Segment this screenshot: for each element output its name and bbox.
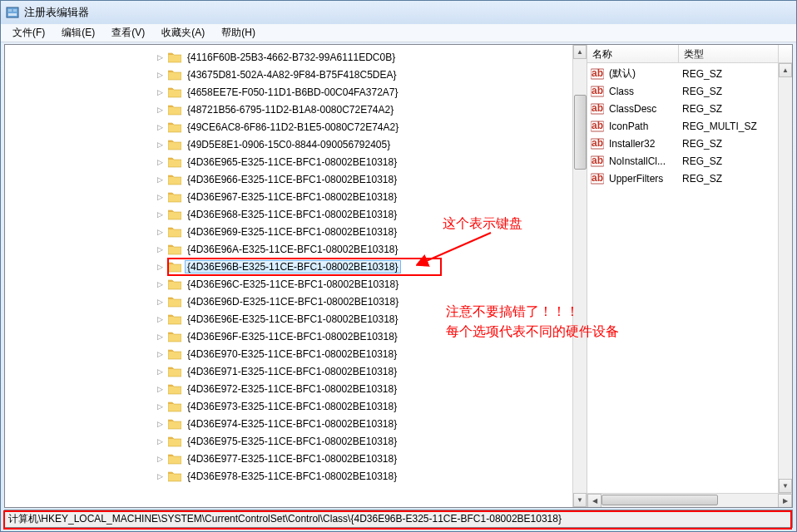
tree-expand-icon[interactable]: ▷ — [155, 297, 165, 307]
value-row[interactable]: ab(默认)REG_SZ — [587, 65, 792, 82]
menu-help[interactable]: 帮助(H) — [213, 24, 264, 42]
svg-text:ab: ab — [592, 120, 603, 131]
values-panel: 名称 类型 ab(默认)REG_SZabClassREG_SZabClassDe… — [587, 45, 792, 507]
tree-item-label: {4658EE7E-F050-11D1-B6BD-00C04FA372A7} — [185, 86, 401, 99]
value-name: IconPath — [607, 121, 681, 132]
tree-item[interactable]: ▷{4D36E978-E325-11CE-BFC1-08002BE10318} — [5, 467, 572, 485]
tree-item[interactable]: ▷{4D36E973-E325-11CE-BFC1-08002BE10318} — [5, 397, 572, 415]
tree-expand-icon[interactable]: ▷ — [155, 227, 165, 237]
tree-item[interactable]: ▷{4D36E96A-E325-11CE-BFC1-08002BE10318} — [5, 240, 572, 258]
tree-expand-icon[interactable]: ▷ — [155, 384, 165, 394]
value-type: REG_SZ — [681, 173, 780, 185]
tree-item[interactable]: ▷{4D36E967-E325-11CE-BFC1-08002BE10318} — [5, 188, 572, 205]
tree-expand-icon[interactable]: ▷ — [155, 105, 165, 115]
values-scrollbar-v[interactable]: ▲ ▼ — [778, 63, 792, 493]
tree-expand-icon[interactable]: ▷ — [155, 471, 165, 481]
tree-expand-icon[interactable]: ▷ — [155, 175, 165, 185]
tree-expand-icon[interactable]: ▷ — [155, 314, 165, 324]
tree-expand-icon[interactable]: ▷ — [155, 140, 165, 150]
tree-expand-icon[interactable]: ▷ — [155, 262, 165, 272]
tree-expand-icon[interactable]: ▷ — [155, 279, 165, 289]
tree-item-label: {48721B56-6795-11D2-B1A8-0080C72E74A2} — [185, 103, 396, 116]
tree-item-label: {4D36E969-E325-11CE-BFC1-08002BE10318} — [185, 225, 399, 239]
menu-edit[interactable]: 编辑(E) — [53, 24, 103, 42]
value-row[interactable]: abNoInstallCl...REG_SZ — [587, 152, 792, 170]
svg-rect-0 — [7, 7, 18, 17]
tree-item[interactable]: ▷{4D36E977-E325-11CE-BFC1-08002BE10318} — [5, 450, 572, 467]
tree-item-label: {4D36E977-E325-11CE-BFC1-08002BE10318} — [185, 452, 399, 466]
tree-item[interactable]: ▷{4D36E972-E325-11CE-BFC1-08002BE10318} — [5, 380, 572, 397]
folder-icon — [168, 418, 181, 430]
tree-item[interactable]: ▷{4D36E965-E325-11CE-BFC1-08002BE10318} — [5, 153, 572, 170]
tree-item[interactable]: ▷{4D36E96D-E325-11CE-BFC1-08002BE10318} — [5, 293, 572, 310]
folder-icon — [168, 244, 181, 255]
tree-item[interactable]: ▷{4D36E96B-E325-11CE-BFC1-08002BE10318} — [5, 258, 572, 275]
tree-expand-icon[interactable]: ▷ — [155, 367, 165, 377]
tree-item[interactable]: ▷{4658EE7E-F050-11D1-B6BD-00C04FA372A7} — [5, 83, 572, 101]
svg-text:ab: ab — [592, 155, 603, 166]
scroll-left-icon[interactable]: ◀ — [587, 494, 601, 507]
tree-item[interactable]: ▷{4D36E975-E325-11CE-BFC1-08002BE10318} — [5, 432, 572, 450]
svg-text:ab: ab — [592, 102, 603, 114]
header-name[interactable]: 名称 — [587, 45, 679, 62]
tree-expand-icon[interactable]: ▷ — [155, 244, 165, 254]
scroll-thumb[interactable] — [574, 95, 587, 170]
tree-item[interactable]: ▷{4D36E971-E325-11CE-BFC1-08002BE10318} — [5, 362, 572, 380]
tree-item[interactable]: ▷{4D36E968-E325-11CE-BFC1-08002BE10318} — [5, 205, 572, 223]
menu-file[interactable]: 文件(F) — [4, 24, 53, 42]
value-row[interactable]: abIconPathREG_MULTI_SZ — [587, 117, 792, 135]
tree-expand-icon[interactable]: ▷ — [155, 157, 165, 167]
tree-item[interactable]: ▷{49CE6AC8-6F86-11D2-B1E5-0080C72E74A2} — [5, 118, 572, 135]
value-row[interactable]: abInstaller32REG_SZ — [587, 135, 792, 152]
tree-item[interactable]: ▷{4D36E966-E325-11CE-BFC1-08002BE10318} — [5, 170, 572, 188]
value-row[interactable]: abUpperFiltersREG_SZ — [587, 170, 792, 187]
tree-item[interactable]: ▷{4D36E970-E325-11CE-BFC1-08002BE10318} — [5, 345, 572, 362]
scroll-thumb-h[interactable] — [601, 495, 718, 505]
tree-expand-icon[interactable]: ▷ — [155, 192, 165, 202]
tree-scrollbar[interactable]: ▲ ▼ — [572, 45, 587, 507]
tree-expand-icon[interactable]: ▷ — [155, 349, 165, 359]
scroll-down-icon[interactable]: ▼ — [779, 479, 792, 493]
tree-expand-icon[interactable]: ▷ — [155, 332, 165, 342]
tree-item[interactable]: ▷{4D36E974-E325-11CE-BFC1-08002BE10318} — [5, 415, 572, 432]
tree-expand-icon[interactable]: ▷ — [155, 209, 165, 219]
menu-view[interactable]: 查看(V) — [103, 24, 153, 42]
folder-icon — [168, 331, 181, 342]
menu-favorites[interactable]: 收藏夹(A) — [153, 24, 213, 42]
folder-icon — [168, 86, 181, 98]
tree-item[interactable]: ▷{4D36E969-E325-11CE-BFC1-08002BE10318} — [5, 223, 572, 240]
header-type[interactable]: 类型 — [679, 45, 779, 62]
tree-expand-icon[interactable]: ▷ — [155, 87, 165, 97]
tree-item[interactable]: ▷{4116F60B-25B3-4662-B732-99A6111EDC0B} — [5, 48, 572, 66]
value-row[interactable]: abClassDescREG_SZ — [587, 100, 792, 117]
values-scrollbar-h[interactable]: ◀ ▶ — [587, 493, 792, 507]
folder-icon — [168, 69, 181, 81]
app-icon — [6, 6, 19, 19]
folder-icon — [168, 296, 181, 308]
scroll-up-icon[interactable]: ▲ — [779, 63, 792, 77]
tree-expand-icon[interactable]: ▷ — [155, 70, 165, 80]
tree-item[interactable]: ▷{4D36E96C-E325-11CE-BFC1-08002BE10318} — [5, 275, 572, 293]
tree-expand-icon[interactable]: ▷ — [155, 122, 165, 132]
tree-item-label: {4D36E966-E325-11CE-BFC1-08002BE10318} — [185, 173, 399, 186]
value-name: Installer32 — [607, 138, 681, 150]
value-row[interactable]: abClassREG_SZ — [587, 82, 792, 100]
tree-item[interactable]: ▷{43675D81-502A-4A82-9F84-B75F418C5DEA} — [5, 66, 572, 83]
tree-item[interactable]: ▷{4D36E96E-E325-11CE-BFC1-08002BE10318} — [5, 310, 572, 328]
folder-icon — [168, 156, 181, 168]
tree-expand-icon[interactable]: ▷ — [155, 401, 165, 411]
tree-item[interactable]: ▷{49D5E8E1-0906-15C0-8844-090056792405} — [5, 135, 572, 153]
scroll-down-icon[interactable]: ▼ — [573, 493, 587, 507]
scroll-up-icon[interactable]: ▲ — [573, 45, 587, 59]
tree-expand-icon[interactable]: ▷ — [155, 454, 165, 464]
scroll-right-icon[interactable]: ▶ — [778, 494, 792, 507]
tree-item[interactable]: ▷{48721B56-6795-11D2-B1A8-0080C72E74A2} — [5, 101, 572, 118]
tree-expand-icon[interactable]: ▷ — [155, 419, 165, 429]
tree-item-label: {43675D81-502A-4A82-9F84-B75F418C5DEA} — [185, 68, 399, 81]
tree-expand-icon[interactable]: ▷ — [155, 52, 165, 62]
folder-icon — [168, 383, 181, 395]
folder-icon — [168, 401, 181, 412]
tree-item[interactable]: ▷{4D36E96F-E325-11CE-BFC1-08002BE10318} — [5, 328, 572, 345]
svg-text:ab: ab — [592, 172, 603, 184]
tree-expand-icon[interactable]: ▷ — [155, 436, 165, 446]
